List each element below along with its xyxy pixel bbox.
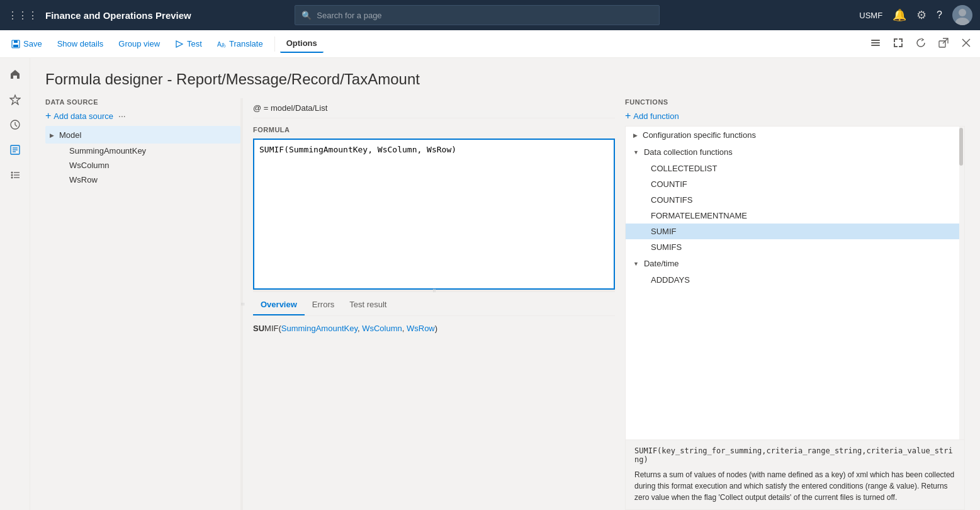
svg-rect-7 [871,40,880,41]
section-config[interactable]: ▶ Configuration specific functions [626,127,964,144]
func-adddays[interactable]: ADDDAYS [626,272,964,288]
svg-rect-3 [14,40,18,43]
datasource-header: DATA SOURCE [45,98,240,106]
refresh-icon[interactable] [912,34,930,54]
tree-item-model[interactable]: Model [45,126,240,144]
tree-label-model: Model [58,130,81,140]
settings-icon[interactable]: ⚙ [916,8,926,22]
func-sumif[interactable]: SUMIF [626,224,964,239]
overview-mid: MIF( [264,324,281,333]
save-label: Save [23,39,42,48]
functions-list: ▶ Configuration specific functions ▼ Dat… [625,126,965,440]
show-details-button[interactable]: Show details [51,35,110,52]
func-countif[interactable]: COUNTIF [626,176,964,192]
svg-rect-8 [871,42,880,43]
svg-point-1 [955,18,969,25]
sidebar-icon-favorites[interactable] [4,88,26,111]
datasource-panel: DATA SOURCE + Add data source ··· Model [45,98,240,510]
top-navigation: ⋮⋮⋮ Finance and Operations Preview 🔍 Sea… [0,0,980,30]
section-datetime-label: Date/time [644,259,679,268]
main-layout: Formula designer - Report/Message/Record… [0,58,980,510]
sidebar-icon-recent[interactable] [4,113,26,136]
resize-handle-vertical[interactable]: ⠿ [253,290,615,292]
overview-param2: WsColumn [362,324,402,333]
func-signature: SUMIF(key_string_for_summing,criteria_ra… [634,446,955,464]
func-formatelementname[interactable]: FORMATELEMENTNAME [626,208,964,224]
tree-label-summingamountkey: SummingAmountKey [68,146,146,156]
functions-actions: + Add function [625,111,965,121]
svg-rect-4 [13,45,18,47]
test-button[interactable]: Test [169,35,208,52]
overview-comma2: , [402,324,407,333]
notifications-icon[interactable]: 🔔 [893,8,906,22]
toolbar: Save Show details Group view Test Aあ Tra… [0,30,980,58]
popout-icon[interactable] [935,34,952,54]
func-sumifs[interactable]: SUMIFS [626,239,964,255]
overview-suffix: ) [435,324,437,333]
section-datacollection[interactable]: ▼ Data collection functions [626,144,964,161]
overview-param1: SummingAmountKey [281,324,358,333]
group-view-button[interactable]: Group view [112,35,166,52]
overview-param3: WsRow [407,324,435,333]
datasource-actions: + Add data source ··· [45,111,240,121]
tab-testresult[interactable]: Test result [342,295,394,315]
group-view-label: Group view [118,39,160,48]
add-datasource-button[interactable]: + Add data source [45,111,113,121]
grid-icon[interactable]: ⋮⋮⋮ [8,9,38,21]
sidebar-icon-list[interactable] [4,164,26,186]
datasource-tree: Model SummingAmountKey WsColumn WsRow [45,126,240,187]
overview-su: SU [253,324,264,333]
func-countifs[interactable]: COUNTIFS [626,192,964,208]
toolbar-separator [274,37,275,52]
section-config-label: Configuration specific functions [643,130,756,140]
svg-point-28 [11,172,13,174]
help-icon[interactable]: ? [937,9,942,21]
usmf-label: USMF [859,11,882,20]
save-button[interactable]: Save [5,35,48,52]
functions-panel: FUNCTIONS + Add function ▶ Configu [625,98,965,510]
func-desc-text: Returns a sum of values of nodes (with n… [634,469,955,503]
tree-item-wsrow[interactable]: WsRow [45,173,240,187]
tree-label-wscolumn: WsColumn [68,161,110,170]
svg-text:あ: あ [221,42,226,48]
svg-marker-22 [10,95,20,105]
more-options-button[interactable]: ··· [118,111,126,121]
formula-label: FORMULA [253,126,615,133]
content-area: Formula designer - Report/Message/Record… [30,58,980,510]
tree-item-summingamountkey[interactable]: SummingAmountKey [45,144,240,158]
section-config-arrow: ▶ [633,132,638,139]
translate-button[interactable]: Aあ Translate [211,35,269,52]
add-function-label: Add function [633,111,679,121]
svg-rect-15 [894,43,895,47]
tree-item-wscolumn[interactable]: WsColumn [45,158,240,173]
options-button[interactable]: Options [280,35,324,53]
page-title: Formula designer - Report/Message/Record… [45,71,965,88]
func-collectedlist[interactable]: COLLECTEDLIST [626,161,964,176]
section-datetime-arrow: ▼ [633,261,639,267]
svg-point-30 [11,174,13,176]
app-title: Finance and Operations Preview [45,10,191,21]
sidebar-icon-home[interactable] [4,63,26,86]
search-icon: 🔍 [301,11,312,20]
close-icon[interactable] [957,34,975,54]
section-datetime[interactable]: ▼ Date/time [626,255,964,272]
panels: DATA SOURCE + Add data source ··· Model [45,98,965,510]
top-right-controls: USMF 🔔 ⚙ ? [859,5,972,25]
personalize-icon[interactable] [867,34,884,54]
tab-errors[interactable]: Errors [305,295,342,315]
avatar[interactable] [952,5,972,25]
svg-point-32 [11,177,13,179]
add-function-button[interactable]: + Add function [625,111,679,121]
svg-rect-11 [894,38,895,42]
options-label: Options [286,38,317,48]
formula-path: @ = model/Data/List [253,98,615,118]
fullscreen-icon[interactable] [889,34,907,54]
search-bar[interactable]: 🔍 Search for a page [295,5,660,25]
translate-label: Translate [229,39,263,48]
svg-rect-13 [901,38,903,42]
sidebar-icon-pages[interactable] [4,139,26,161]
func-description: SUMIF(key_string_for_summing,criteria_ra… [625,440,965,510]
formula-editor[interactable]: SUMIF(SummingAmountKey, WsColumn, WsRow) [253,139,615,290]
tree-arrow-model [45,128,58,141]
tab-overview[interactable]: Overview [253,295,305,315]
